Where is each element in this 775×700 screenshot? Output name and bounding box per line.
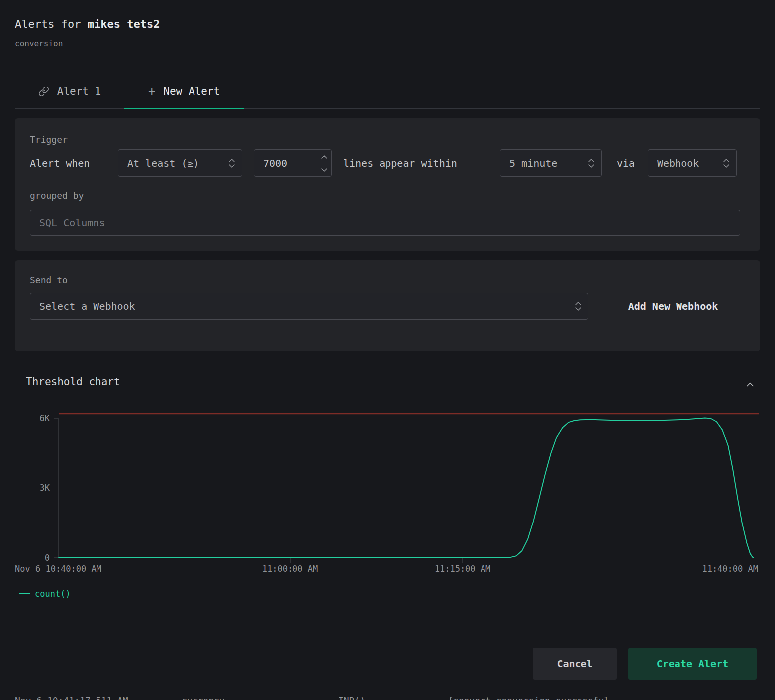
- y-tick-6k: 6K: [40, 413, 50, 423]
- create-alert-button[interactable]: Create Alert: [628, 648, 757, 680]
- cancel-button[interactable]: Cancel: [533, 648, 617, 680]
- link-icon: [38, 86, 49, 97]
- bg-row-timestamp: Nov 6 10:41:17.511 AM: [15, 695, 128, 700]
- page-title-name: mikes tets2: [88, 18, 160, 30]
- y-tick-3k: 3K: [40, 483, 50, 493]
- alert-tabs: Alert 1 + New Alert: [15, 75, 760, 109]
- webhook-select-placeholder: Select a Webhook: [39, 300, 135, 312]
- trigger-section-label: Trigger: [30, 134, 68, 145]
- chevron-updown-icon: [228, 158, 236, 169]
- stepper-down-icon[interactable]: [317, 163, 331, 176]
- stepper-up-icon[interactable]: [317, 150, 331, 163]
- footer-divider: [0, 625, 775, 625]
- x-tick-start: Nov 6 10:40:00 AM: [15, 564, 101, 574]
- background-table-row: Nov 6 10:41:17.511 AM currency INR() {co…: [0, 695, 775, 700]
- trigger-section: Trigger Alert when At least (≥) lines ap…: [15, 118, 760, 251]
- x-tick-1115: 11:15:00 AM: [435, 564, 491, 574]
- tab-alert-1[interactable]: Alert 1: [20, 75, 119, 108]
- grouped-by-label: grouped by: [30, 190, 84, 201]
- tab-new-alert-label: New Alert: [163, 86, 220, 97]
- condition-select-value: At least (≥): [127, 157, 199, 169]
- channel-select-value: Webhook: [657, 157, 699, 169]
- active-tab-underline: [124, 108, 244, 109]
- legend-series-label: count(): [35, 589, 71, 599]
- page-title-prefix: Alerts for: [15, 18, 88, 30]
- send-to-section: Send to Select a Webhook Add New Webhook: [15, 260, 760, 351]
- alert-when-label: Alert when: [30, 149, 90, 177]
- alerts-dialog: Alerts for mikes tets2 conversion Alert …: [0, 0, 775, 700]
- interval-select-value: 5 minute: [509, 157, 557, 169]
- lines-appear-label: lines appear within: [343, 149, 457, 177]
- x-tick-1100: 11:00:00 AM: [262, 564, 318, 574]
- channel-select[interactable]: Webhook: [648, 149, 737, 177]
- add-new-webhook-button[interactable]: Add New Webhook: [604, 293, 742, 320]
- plus-icon: +: [148, 85, 155, 98]
- bg-row-service: currency: [182, 695, 225, 700]
- threshold-input-field[interactable]: [254, 157, 325, 169]
- legend-count-series[interactable]: count(): [19, 589, 71, 599]
- collapse-chart-button[interactable]: [742, 377, 758, 393]
- webhook-select[interactable]: Select a Webhook: [30, 293, 588, 320]
- page-title: Alerts for mikes tets2: [15, 18, 160, 30]
- condition-select[interactable]: At least (≥): [118, 149, 242, 177]
- interval-select[interactable]: 5 minute: [500, 149, 602, 177]
- tab-alert-1-label: Alert 1: [57, 86, 101, 97]
- count-series-line: [59, 418, 754, 558]
- chevron-updown-icon: [587, 158, 595, 169]
- bg-row-message: {convert conversion successful: [448, 695, 609, 700]
- threshold-input[interactable]: [254, 149, 332, 177]
- group-by-input[interactable]: [30, 210, 740, 236]
- y-tick-0: 0: [45, 553, 50, 563]
- chevron-up-icon: [745, 379, 755, 391]
- page-subtitle: conversion: [15, 39, 63, 48]
- legend-series-line: [19, 593, 30, 594]
- threshold-chart-title: Threshold chart: [26, 376, 120, 388]
- threshold-stepper: [317, 150, 331, 176]
- via-label: via: [617, 149, 635, 177]
- chevron-updown-icon: [574, 301, 582, 312]
- chevron-updown-icon: [722, 158, 730, 169]
- x-axis-labels: Nov 6 10:40:00 AM 11:00:00 AM 11:15:00 A…: [0, 564, 775, 576]
- send-to-label: Send to: [30, 275, 68, 285]
- x-tick-end: 11:40:00 AM: [702, 564, 758, 574]
- bg-row-span: INR(): [338, 695, 365, 700]
- tab-new-alert[interactable]: + New Alert: [124, 75, 244, 108]
- threshold-chart: 6K 3K 0: [0, 408, 775, 565]
